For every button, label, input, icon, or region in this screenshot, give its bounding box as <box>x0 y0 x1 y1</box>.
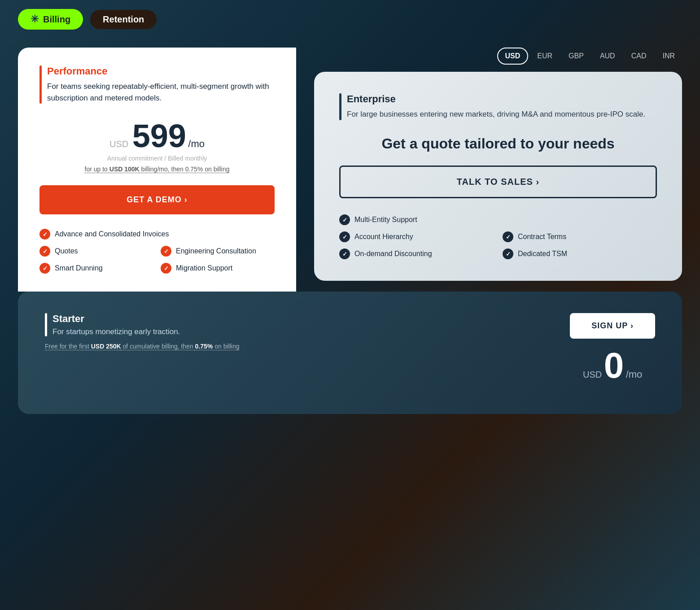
check-icon: ✓ <box>161 263 171 274</box>
enterprise-header-content: Enterprise For large businesses entering… <box>347 93 645 120</box>
check-icon: ✓ <box>39 229 50 240</box>
feature-label: Smart Dunning <box>55 264 103 272</box>
billing-icon: ✳ <box>31 13 39 25</box>
feature-label: Multi-Entity Support <box>354 216 417 224</box>
performance-billing-note: for up to USD 100K billing/mo, then 0.75… <box>39 166 275 173</box>
performance-price-currency: USD <box>109 139 128 149</box>
performance-plan-name: Performance <box>47 65 275 77</box>
starter-billing-note: Free for the first USD 250K of cumulativ… <box>45 342 543 351</box>
starter-price-period: /mo <box>626 369 643 380</box>
enterprise-card: Enterprise For large businesses entering… <box>314 72 682 281</box>
starter-area: Starter For startups monetizing early tr… <box>18 292 682 414</box>
list-item: ✓ Multi-Entity Support <box>339 214 657 225</box>
starter-card: Starter For startups monetizing early tr… <box>18 292 682 414</box>
list-item: ✓ Quotes <box>39 246 153 257</box>
check-icon: ✓ <box>339 214 350 225</box>
starter-price-amount: 0 <box>604 345 624 385</box>
billing-note-pre: for up to <box>85 166 109 173</box>
right-column: USD EUR GBP AUD CAD INR Enterprise For l… <box>296 48 682 292</box>
check-icon: ✓ <box>39 263 50 274</box>
feature-label: Quotes <box>55 247 78 255</box>
feature-label: Engineering Consultation <box>176 247 256 255</box>
starter-description: For startups monetizing early traction. <box>52 327 180 336</box>
sign-up-button[interactable]: SIGN UP › <box>570 313 655 339</box>
currency-eur[interactable]: EUR <box>530 48 560 64</box>
feature-label: Advance and Consolidated Invoices <box>55 230 169 238</box>
get-demo-button[interactable]: GET A DEMO › <box>39 185 275 214</box>
billing-note-bold: USD 100K <box>109 166 140 173</box>
starter-plan-name: Starter <box>52 313 180 325</box>
starter-accent-bar <box>45 313 47 336</box>
starter-header: Starter For startups monetizing early tr… <box>45 313 543 336</box>
starter-billing-post: on billing <box>213 343 239 350</box>
starter-billing-bold2: 0.75% <box>195 343 213 350</box>
list-item: ✓ Migration Support <box>161 263 275 274</box>
starter-price-block: USD 0 /mo <box>583 348 642 383</box>
check-icon: ✓ <box>339 248 350 259</box>
performance-price-block: USD 599 /mo Annual commitment / Billed m… <box>39 120 275 173</box>
currency-selector: USD EUR GBP AUD CAD INR <box>314 48 682 65</box>
retention-label: Retention <box>103 14 144 24</box>
top-section: Performance For teams seeking repeatably… <box>18 48 682 292</box>
currency-aud[interactable]: AUD <box>593 48 622 64</box>
list-item: ✓ Dedicated TSM <box>503 248 657 259</box>
billing-note-post: billing/mo, then 0.75% on billing <box>140 166 230 173</box>
currency-usd[interactable]: USD <box>497 48 529 65</box>
feature-label: Dedicated TSM <box>518 250 567 258</box>
starter-billing-pre: Free for the first <box>45 343 91 350</box>
check-icon: ✓ <box>503 248 513 259</box>
check-icon: ✓ <box>161 246 171 257</box>
enterprise-description: For large businesses entering new market… <box>347 109 645 120</box>
list-item: ✓ Engineering Consultation <box>161 246 275 257</box>
performance-features-list: ✓ Advance and Consolidated Invoices ✓ Qu… <box>39 229 275 274</box>
currency-inr[interactable]: INR <box>655 48 682 64</box>
performance-price-amount: 599 <box>132 118 186 154</box>
performance-header: Performance For teams seeking repeatably… <box>39 65 275 104</box>
check-icon: ✓ <box>39 246 50 257</box>
starter-billing-bold1: USD 250K <box>91 343 121 350</box>
starter-billing-mid: of cumulative billing, then <box>121 343 195 350</box>
performance-description: For teams seeking repeatably-efficient, … <box>47 81 275 104</box>
starter-price-currency: USD <box>583 370 602 379</box>
talk-to-sales-button[interactable]: TALK TO SALES › <box>339 166 657 198</box>
list-item: ✓ Advance and Consolidated Invoices <box>39 229 275 240</box>
page-wrapper: ✳ Billing Retention Performance For team… <box>0 0 700 610</box>
performance-card: Performance For teams seeking repeatably… <box>18 48 296 292</box>
billing-nav-item[interactable]: ✳ Billing <box>18 9 83 30</box>
retention-nav-item[interactable]: Retention <box>90 10 157 29</box>
performance-price-period: /mo <box>188 138 205 149</box>
feature-label: Migration Support <box>176 264 232 272</box>
list-item: ✓ On-demand Discounting <box>339 248 494 259</box>
list-item: ✓ Account Hierarchy <box>339 231 494 242</box>
currency-bar: USD EUR GBP AUD CAD INR <box>497 48 682 65</box>
list-item: ✓ Smart Dunning <box>39 263 153 274</box>
list-item: ✓ Contract Terms <box>503 231 657 242</box>
currency-gbp[interactable]: GBP <box>561 48 591 64</box>
feature-label: On-demand Discounting <box>354 250 432 258</box>
starter-left: Starter For startups monetizing early tr… <box>45 313 543 351</box>
performance-accent-bar <box>39 65 42 104</box>
performance-header-content: Performance For teams seeking repeatably… <box>47 65 275 104</box>
performance-commitment: Annual commitment / Billed monthly <box>39 155 275 162</box>
currency-cad[interactable]: CAD <box>624 48 654 64</box>
check-icon: ✓ <box>339 231 350 242</box>
enterprise-features-list: ✓ Multi-Entity Support ✓ Account Hierarc… <box>339 214 657 259</box>
enterprise-quote: Get a quote tailored to your needs <box>339 135 657 153</box>
enterprise-plan-name: Enterprise <box>347 93 645 105</box>
enterprise-header: Enterprise For large businesses entering… <box>339 93 657 120</box>
feature-label: Account Hierarchy <box>354 233 413 241</box>
feature-label: Contract Terms <box>518 233 566 241</box>
performance-price-line: USD 599 /mo <box>39 120 275 152</box>
starter-right: SIGN UP › USD 0 /mo <box>570 313 655 383</box>
check-icon: ✓ <box>503 231 513 242</box>
enterprise-accent-bar <box>339 93 341 120</box>
top-nav: ✳ Billing Retention <box>18 9 682 30</box>
starter-header-content: Starter For startups monetizing early tr… <box>52 313 180 336</box>
billing-label: Billing <box>43 14 70 25</box>
